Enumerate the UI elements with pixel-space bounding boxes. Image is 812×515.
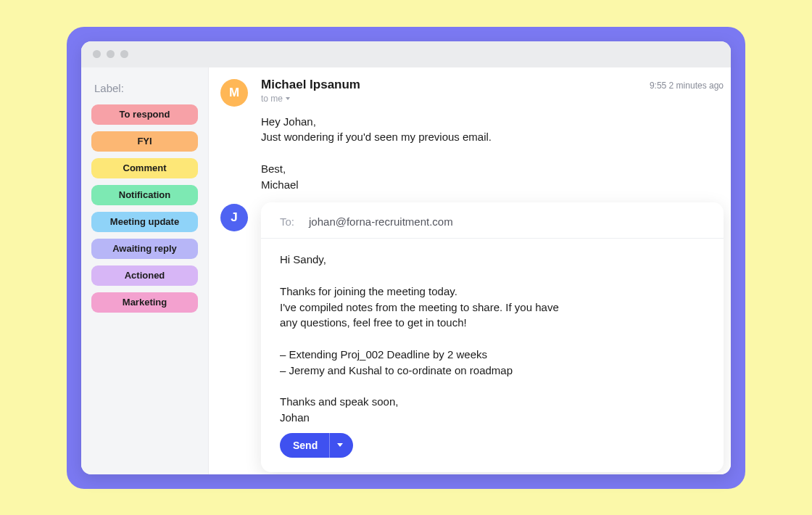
message-pane: M Michael Ipsanum to me 9:55 2 minutes a… (209, 67, 731, 474)
compose-to-label: To: (280, 215, 294, 228)
label-notification[interactable]: Notification (91, 185, 198, 205)
label-awaiting-reply[interactable]: Awaiting reply (91, 239, 198, 259)
send-button-dropdown[interactable] (329, 433, 353, 458)
outer-frame: Label: To respond FYI Comment Notificati… (67, 27, 745, 489)
window-close-dot[interactable] (93, 50, 101, 58)
message-body: Hey Johan, Just wondering if you'd seen … (261, 114, 724, 193)
send-button[interactable]: Send (280, 433, 353, 458)
message-content: Michael Ipsanum to me 9:55 2 minutes ago… (261, 78, 724, 193)
chevron-down-icon (286, 97, 290, 100)
compose-avatar: J (220, 204, 248, 231)
recipient-line[interactable]: to me (261, 94, 360, 104)
chevron-down-icon (337, 443, 343, 447)
compose-card: To: johan@forna-recruitment.com Hi Sandy… (261, 202, 724, 471)
label-meeting-update[interactable]: Meeting update (91, 212, 198, 232)
sidebar: Label: To respond FYI Comment Notificati… (81, 67, 209, 474)
window-titlebar (81, 41, 731, 67)
compose-body[interactable]: Hi Sandy, Thanks for joining the meeting… (261, 239, 724, 432)
compose-to-value: johan@forna-recruitment.com (309, 215, 453, 228)
app-window: Label: To respond FYI Comment Notificati… (81, 41, 731, 474)
compose-footer: Send (261, 433, 724, 472)
sender-name: Michael Ipsanum (261, 78, 360, 92)
app-body: Label: To respond FYI Comment Notificati… (81, 67, 731, 474)
recipient-text: to me (261, 94, 283, 104)
label-comment[interactable]: Comment (91, 158, 198, 178)
label-to-respond[interactable]: To respond (91, 104, 198, 125)
compose-row: J To: johan@forna-recruitment.com Hi San… (220, 202, 724, 471)
send-button-label: Send (280, 440, 329, 451)
window-maximize-dot[interactable] (120, 50, 128, 58)
sender-avatar: M (220, 79, 248, 107)
window-minimize-dot[interactable] (107, 50, 115, 58)
sidebar-heading: Label: (91, 82, 198, 94)
compose-to-row[interactable]: To: johan@forna-recruitment.com (261, 202, 724, 239)
message-header: Michael Ipsanum to me 9:55 2 minutes ago (261, 78, 724, 104)
label-marketing[interactable]: Marketing (91, 292, 198, 313)
received-message: M Michael Ipsanum to me 9:55 2 minutes a… (220, 78, 724, 193)
message-timestamp: 9:55 2 minutes ago (650, 81, 724, 91)
label-fyi[interactable]: FYI (91, 131, 198, 152)
label-actioned[interactable]: Actioned (91, 265, 198, 286)
